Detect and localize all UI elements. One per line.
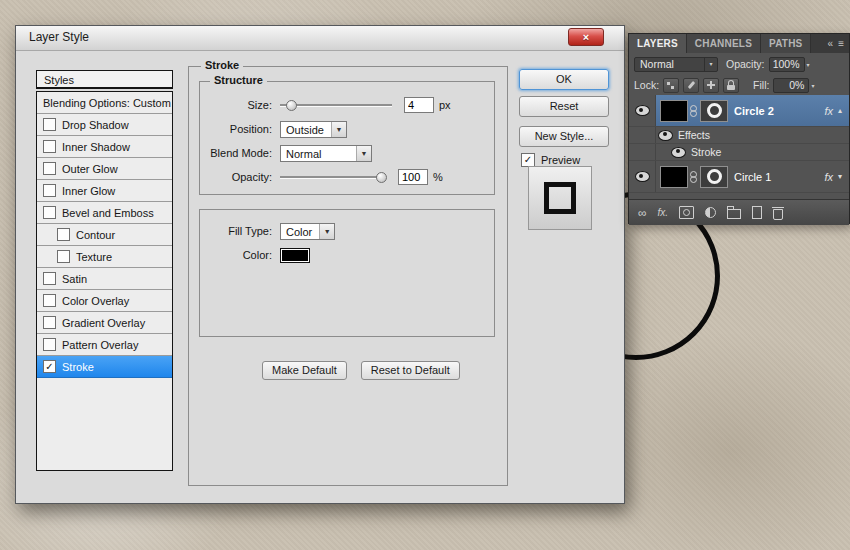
style-item-pattern-overlay[interactable]: Pattern Overlay: [37, 334, 172, 356]
outer-glow-checkbox[interactable]: [43, 162, 56, 175]
preview-checkbox[interactable]: ✓: [521, 153, 535, 167]
inner-glow-checkbox[interactable]: [43, 184, 56, 197]
style-item-drop-shadow[interactable]: Drop Shadow: [37, 114, 172, 136]
style-item-inner-glow[interactable]: Inner Glow: [37, 180, 172, 202]
eye-icon[interactable]: [658, 130, 673, 141]
layer-row-circle-2[interactable]: Circle 2 fx ▴: [629, 95, 849, 127]
adjustment-layer-icon[interactable]: [705, 205, 716, 221]
tab-layers[interactable]: LAYERS: [629, 34, 687, 53]
fill-type-label: Fill Type:: [200, 225, 272, 237]
effects-label[interactable]: Effects: [678, 129, 710, 141]
layer-row-body[interactable]: Circle 2 fx ▴: [656, 95, 849, 126]
satin-checkbox[interactable]: [43, 272, 56, 285]
style-item-contour[interactable]: Contour: [37, 224, 172, 246]
new-group-icon[interactable]: [727, 205, 741, 221]
opacity-slider-thumb[interactable]: [376, 172, 387, 183]
ok-button[interactable]: OK: [519, 69, 609, 90]
vector-mask-thumbnail[interactable]: [700, 100, 728, 122]
size-slider-thumb[interactable]: [286, 100, 297, 111]
layer-row-body[interactable]: Circle 1 fx ▾: [656, 161, 849, 192]
layer-thumbnail[interactable]: [660, 166, 688, 188]
color-overlay-checkbox[interactable]: [43, 294, 56, 307]
panel-menu-icon[interactable]: ≡: [838, 38, 844, 49]
style-item-inner-shadow[interactable]: Inner Shadow: [37, 136, 172, 158]
style-item-gradient-overlay[interactable]: Gradient Overlay: [37, 312, 172, 334]
style-item-outer-glow[interactable]: Outer Glow: [37, 158, 172, 180]
eye-icon[interactable]: [635, 171, 650, 182]
stroke-effect-row-body[interactable]: Stroke: [656, 144, 849, 160]
size-input[interactable]: [404, 97, 434, 113]
gradient-overlay-checkbox[interactable]: [43, 316, 56, 329]
fill-spinner-icon[interactable]: ▾: [811, 82, 814, 89]
defaults-row: Make Default Reset to Default: [262, 361, 460, 380]
dropdown-arrow-icon: ▾: [704, 58, 717, 71]
visibility-cell[interactable]: [629, 161, 656, 192]
blend-mode-dropdown[interactable]: Normal ▼: [280, 145, 372, 162]
style-item-satin[interactable]: Satin: [37, 268, 172, 290]
style-item-label: Drop Shadow: [62, 119, 129, 131]
layer-style-icon[interactable]: fx.: [658, 205, 669, 221]
link-layers-icon[interactable]: ∞: [638, 205, 647, 221]
layer-name[interactable]: Circle 1: [734, 171, 771, 183]
close-button[interactable]: ×: [568, 28, 604, 46]
stroke-effect-label[interactable]: Stroke: [691, 146, 721, 158]
tab-paths[interactable]: PATHS: [761, 34, 811, 53]
contour-checkbox[interactable]: [57, 228, 70, 241]
preview-label: Preview: [541, 154, 580, 166]
stroke-checkbox[interactable]: ✓: [43, 360, 56, 373]
blending-options-item[interactable]: Blending Options: Custom: [37, 92, 172, 114]
lock-transparency-icon[interactable]: [663, 78, 679, 93]
layer-row-circle-1[interactable]: Circle 1 fx ▾: [629, 161, 849, 193]
texture-checkbox[interactable]: [57, 250, 70, 263]
opacity-spinner-icon[interactable]: ▾: [807, 61, 810, 68]
reset-to-default-button[interactable]: Reset to Default: [361, 361, 460, 380]
layer-thumbnail[interactable]: [660, 100, 688, 122]
new-style-button[interactable]: New Style...: [519, 126, 609, 147]
bevel-and-emboss-checkbox[interactable]: [43, 206, 56, 219]
eye-icon[interactable]: [635, 105, 650, 116]
stroke-color-swatch[interactable]: [280, 248, 310, 263]
visibility-cell[interactable]: [629, 95, 656, 126]
lock-pixels-icon[interactable]: [683, 78, 699, 93]
make-default-button[interactable]: Make Default: [262, 361, 347, 380]
structure-legend: Structure: [210, 74, 267, 86]
new-layer-icon[interactable]: [752, 205, 762, 221]
dropdown-arrow-icon: ▼: [356, 146, 371, 161]
pattern-overlay-checkbox[interactable]: [43, 338, 56, 351]
opacity-input[interactable]: [398, 169, 428, 185]
style-item-bevel-and-emboss[interactable]: Bevel and Emboss: [37, 202, 172, 224]
fx-badge[interactable]: fx: [824, 105, 833, 117]
lock-all-icon[interactable]: [723, 78, 739, 93]
lock-position-icon[interactable]: [703, 78, 719, 93]
tab-channels[interactable]: CHANNELS: [687, 34, 761, 53]
style-item-label: Bevel and Emboss: [62, 207, 154, 219]
style-item-stroke[interactable]: ✓ Stroke: [37, 356, 172, 378]
fill-type-dropdown[interactable]: Color ▼: [280, 223, 335, 240]
layer-opacity-value[interactable]: 100%: [769, 57, 805, 72]
effects-expand-icon[interactable]: ▾: [838, 172, 842, 181]
drop-shadow-checkbox[interactable]: [43, 118, 56, 131]
opacity-slider[interactable]: [280, 171, 384, 183]
delete-layer-icon[interactable]: [773, 205, 783, 221]
inner-shadow-checkbox[interactable]: [43, 140, 56, 153]
fx-badge[interactable]: fx: [824, 171, 833, 183]
position-label: Position:: [200, 123, 272, 135]
position-dropdown[interactable]: Outside ▼: [280, 121, 347, 138]
fill-value[interactable]: 0%: [773, 78, 809, 93]
vector-mask-thumbnail[interactable]: [700, 166, 728, 188]
stroke-effect-row[interactable]: Stroke: [629, 144, 849, 161]
lock-label: Lock:: [634, 79, 659, 91]
size-slider[interactable]: [280, 99, 392, 111]
style-item-color-overlay[interactable]: Color Overlay: [37, 290, 172, 312]
effects-collapse-icon[interactable]: ▴: [838, 106, 842, 115]
style-item-texture[interactable]: Texture: [37, 246, 172, 268]
eye-icon[interactable]: [671, 147, 686, 158]
collapse-panels-icon[interactable]: «: [828, 38, 834, 49]
reset-button[interactable]: Reset: [519, 96, 609, 117]
dialog-titlebar[interactable]: Layer Style ×: [16, 26, 624, 51]
effects-row-body[interactable]: Effects: [656, 127, 849, 143]
layer-name[interactable]: Circle 2: [734, 105, 774, 117]
effects-row[interactable]: Effects: [629, 127, 849, 144]
add-layer-mask-icon[interactable]: [679, 205, 694, 221]
layer-blend-mode-dropdown[interactable]: Normal ▾: [634, 57, 718, 72]
